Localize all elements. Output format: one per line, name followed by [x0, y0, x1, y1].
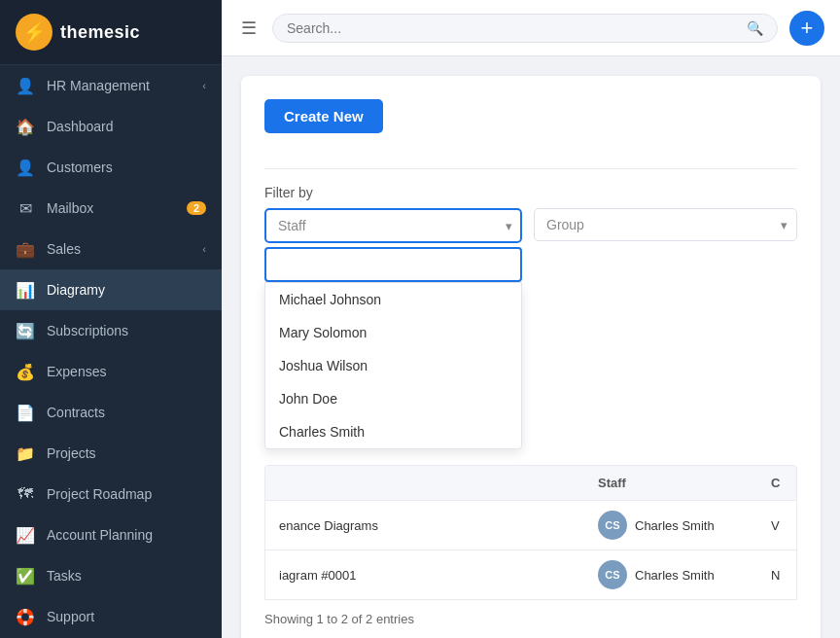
sidebar-label-hr: HR Management	[47, 78, 202, 93]
group-select-wrapper: Group ▾	[534, 208, 797, 241]
cell-staff-1: CS Charles Smith	[584, 501, 757, 549]
dropdown-item-michael[interactable]: Michael Johnson	[265, 283, 521, 316]
dashboard-icon: 🏠	[16, 117, 35, 136]
dropdown-item-mary[interactable]: Mary Solomon	[265, 316, 521, 349]
staff-select-wrapper: Staff ▾	[264, 208, 522, 243]
diagramy-icon: 📊	[16, 280, 35, 300]
search-input[interactable]	[287, 20, 739, 36]
staff-filter-wrapper: Staff ▾ Michael Johnson Mary Solomon Jos…	[264, 208, 522, 449]
sidebar-label-customers: Customers	[47, 160, 206, 175]
col-header-title	[265, 466, 584, 500]
cell-title-2: iagram #0001	[265, 558, 584, 592]
sidebar-label-support: Support	[47, 609, 206, 624]
sidebar-item-projects[interactable]: 📁 Projects	[0, 433, 222, 474]
sidebar-item-expenses[interactable]: 💰 Expenses	[0, 351, 222, 392]
customers-icon: 👤	[16, 158, 35, 177]
sidebar-item-account-planning[interactable]: 📈 Account Planning	[0, 514, 222, 555]
logo-text: themesic	[60, 22, 140, 43]
sidebar-item-project-roadmap[interactable]: 🗺 Project Roadmap	[0, 474, 222, 514]
staff-select[interactable]: Staff	[264, 208, 522, 243]
table-area: Staff C enance Diagrams CS Charles Smith…	[264, 465, 797, 600]
roadmap-icon: 🗺	[16, 484, 35, 504]
col-header-other: C	[757, 466, 796, 500]
logo-icon	[16, 14, 52, 51]
dropdown-item-charles[interactable]: Charles Smith	[265, 415, 521, 448]
col-header-staff: Staff	[584, 466, 757, 500]
filter-row: Staff ▾ Michael Johnson Mary Solomon Jos…	[264, 208, 797, 449]
table-header: Staff C	[264, 465, 797, 501]
arrow-icon-hr: ‹	[202, 80, 206, 91]
cell-other-1: V	[757, 509, 796, 543]
tasks-icon: ✅	[16, 566, 35, 585]
sidebar-item-diagramy[interactable]: 📊 Diagramy	[0, 269, 222, 310]
sidebar-item-support[interactable]: 🛟 Support	[0, 596, 222, 637]
search-icon: 🔍	[747, 20, 763, 36]
showing-entries-text: Showing 1 to 2 of 2 entries	[264, 612, 797, 626]
avatar-initials-2: CS	[598, 560, 627, 589]
staff-name-1: Charles Smith	[635, 518, 715, 533]
filter-label: Filter by	[264, 185, 797, 200]
support-icon: 🛟	[16, 607, 35, 626]
sidebar-item-subscriptions[interactable]: 🔄 Subscriptions	[0, 310, 222, 351]
sidebar-label-roadmap: Project Roadmap	[47, 486, 206, 502]
dropdown-search-input[interactable]	[264, 247, 522, 282]
sidebar-item-contracts[interactable]: 📄 Contracts	[0, 392, 222, 433]
filter-section: Filter by Staff ▾	[264, 185, 797, 449]
sidebar-label-tasks: Tasks	[47, 568, 206, 584]
contracts-icon: 📄	[16, 403, 35, 422]
cell-staff-2: CS Charles Smith	[584, 550, 757, 599]
avatar-1: CS	[598, 511, 627, 540]
sidebar-item-customers[interactable]: 👤 Customers	[0, 147, 222, 188]
arrow-icon-sales: ‹	[202, 243, 206, 255]
sidebar-label-diagramy: Diagramy	[47, 282, 206, 298]
sidebar-label-dashboard: Dashboard	[47, 119, 206, 134]
sidebar-label-subscriptions: Subscriptions	[47, 323, 206, 338]
main-area: ☰ 🔍 + Create New Filter by Staff	[222, 0, 840, 638]
staff-name-2: Charles Smith	[635, 568, 715, 583]
projects-icon: 📁	[16, 443, 35, 463]
expenses-icon: 💰	[16, 362, 35, 381]
dropdown-item-john[interactable]: John Doe	[265, 382, 521, 415]
search-bar: 🔍	[272, 14, 778, 43]
logo: themesic	[0, 0, 222, 65]
sidebar-label-projects: Projects	[47, 445, 206, 461]
add-button[interactable]: +	[789, 11, 824, 46]
mailbox-badge: 2	[187, 201, 206, 215]
topbar: ☰ 🔍 +	[222, 0, 840, 56]
table-row: iagram #0001 CS Charles Smith N	[264, 550, 797, 600]
avatar-2: CS	[598, 560, 627, 589]
sidebar-label-contracts: Contracts	[47, 405, 206, 420]
sidebar-item-hr-management[interactable]: 👤 HR Management ‹	[0, 65, 222, 106]
sidebar-item-mailbox[interactable]: ✉ Mailbox 2	[0, 188, 222, 229]
cell-other-2: N	[757, 558, 796, 592]
content-area: Create New Filter by Staff ▾	[222, 56, 840, 638]
table-row: enance Diagrams CS Charles Smith V	[264, 501, 797, 550]
sidebar-label-expenses: Expenses	[47, 364, 206, 379]
create-new-button[interactable]: Create New	[264, 99, 383, 133]
sidebar-item-sales[interactable]: 💼 Sales ‹	[0, 229, 222, 269]
avatar-initials-1: CS	[598, 511, 627, 540]
sidebar-label-account-planning: Account Planning	[47, 527, 206, 543]
sidebar-item-dashboard[interactable]: 🏠 Dashboard	[0, 106, 222, 147]
sidebar-item-tasks[interactable]: ✅ Tasks	[0, 555, 222, 596]
sales-icon: 💼	[16, 239, 35, 259]
hr-icon: 👤	[16, 76, 35, 95]
sidebar-label-sales: Sales	[47, 241, 202, 257]
dropdown-list: Michael Johnson Mary Solomon Joshua Wils…	[264, 282, 522, 449]
hamburger-icon[interactable]: ☰	[237, 14, 261, 43]
dropdown-item-joshua[interactable]: Joshua Wilson	[265, 349, 521, 382]
group-select[interactable]: Group	[534, 208, 797, 241]
account-planning-icon: 📈	[16, 525, 35, 545]
main-card: Create New Filter by Staff ▾	[241, 76, 821, 638]
mailbox-icon: ✉	[16, 198, 35, 218]
cell-title-1: enance Diagrams	[265, 509, 584, 543]
subscriptions-icon: 🔄	[16, 321, 35, 340]
divider	[264, 168, 797, 169]
sidebar-label-mailbox: Mailbox	[47, 200, 181, 216]
sidebar: themesic 👤 HR Management ‹ 🏠 Dashboard 👤…	[0, 0, 222, 638]
